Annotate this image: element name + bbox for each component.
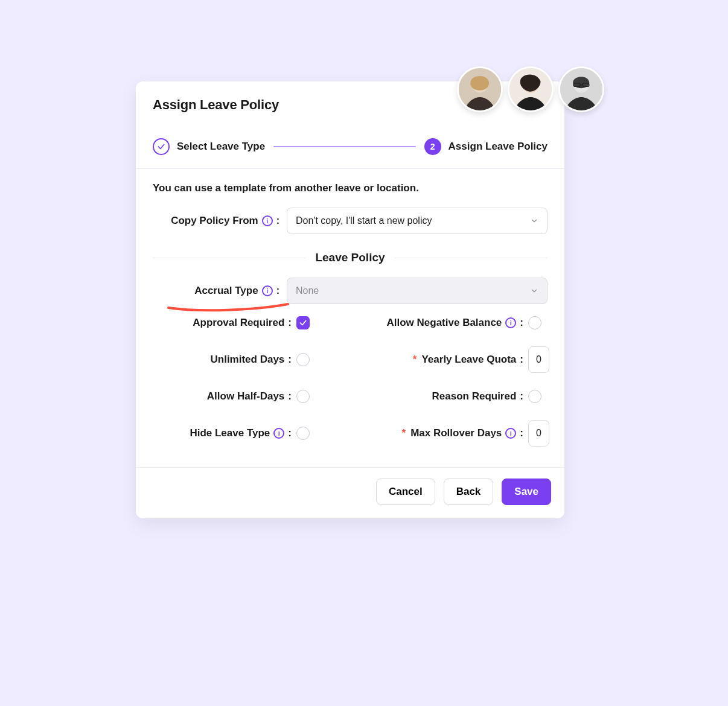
stepper-line	[273, 146, 415, 147]
input-max-rollover-days[interactable]: 0	[528, 420, 549, 447]
label-text: Unlimited Days	[211, 354, 285, 366]
dialog-assign-leave-policy: Assign Leave Policy Select Leave Type 2 …	[136, 81, 564, 518]
row-copy-policy-from: Copy Policy From i : Don't copy, I'll st…	[153, 208, 548, 234]
help-text: You can use a template from another leav…	[153, 182, 548, 194]
cancel-button[interactable]: Cancel	[376, 479, 435, 505]
checkbox-approval-required[interactable]	[296, 316, 310, 329]
label-approval-required: Approval Required :	[153, 317, 292, 329]
row-accrual-type: Accrual Type i : None	[153, 278, 548, 304]
info-icon[interactable]: i	[273, 428, 284, 439]
select-accrual-type[interactable]: None	[287, 278, 548, 304]
label-text: Yearly Leave Quota	[421, 354, 516, 366]
policy-grid: Approval Required : Allow Negative Balan…	[153, 316, 548, 447]
label-allow-negative-balance: Allow Negative Balance i :	[316, 317, 523, 329]
divider	[395, 258, 548, 258]
step-assign-leave-policy[interactable]: 2 Assign Leave Policy	[424, 138, 548, 155]
dialog-body: You can use a template from another leav…	[136, 169, 564, 451]
info-icon[interactable]: i	[262, 215, 273, 226]
step-label: Select Leave Type	[177, 141, 265, 153]
input-value: 0	[536, 354, 541, 365]
select-copy-policy-from[interactable]: Don't copy, I'll start a new policy	[287, 208, 548, 234]
info-icon[interactable]: i	[505, 317, 516, 328]
label-text: Copy Policy From	[171, 215, 258, 227]
label-text: Reason Required	[432, 390, 517, 402]
step-label: Assign Leave Policy	[449, 141, 548, 153]
section-heading-leave-policy: Leave Policy	[153, 251, 548, 264]
label-accrual-type: Accrual Type i :	[153, 285, 279, 297]
label-reason-required: Reason Required :	[316, 390, 523, 402]
control-allow-negative-balance	[523, 316, 548, 329]
label-hide-leave-type: Hide Leave Type i :	[153, 427, 292, 439]
select-value: None	[296, 285, 319, 296]
chevron-down-icon	[530, 217, 538, 225]
control-allow-half-days	[292, 390, 316, 403]
chevron-down-icon	[530, 287, 538, 295]
person-icon	[459, 68, 501, 110]
checkbox-allow-negative-balance[interactable]	[528, 316, 541, 329]
control-reason-required	[523, 390, 548, 403]
avatar	[508, 66, 554, 112]
checkbox-hide-leave-type[interactable]	[296, 427, 310, 440]
colon: :	[276, 285, 279, 296]
label-max-rollover-days: * Max Rollover Days i :	[316, 427, 523, 439]
control-unlimited-days	[292, 353, 316, 366]
label-text: Hide Leave Type	[190, 427, 270, 439]
label-text: Allow Negative Balance	[386, 317, 502, 329]
label-text: Approval Required	[193, 317, 284, 329]
control-max-rollover-days: 0	[523, 420, 548, 447]
select-value: Don't copy, I'll start a new policy	[296, 215, 432, 226]
required-asterisk-icon: *	[413, 354, 417, 366]
control-yearly-leave-quota: 0	[523, 346, 548, 373]
highlight-underline-icon	[165, 298, 292, 316]
avatar	[558, 66, 604, 112]
label-allow-half-days: Allow Half-Days :	[153, 390, 292, 402]
avatar	[457, 66, 503, 112]
input-value: 0	[536, 428, 541, 439]
label-text: Accrual Type	[194, 285, 258, 297]
colon: :	[276, 215, 279, 226]
avatar-stack	[457, 66, 604, 112]
checkbox-reason-required[interactable]	[528, 390, 541, 403]
save-button[interactable]: Save	[502, 479, 551, 505]
label-yearly-leave-quota: * Yearly Leave Quota :	[316, 354, 523, 366]
section-title: Leave Policy	[315, 251, 385, 264]
check-icon	[299, 319, 307, 327]
person-icon	[509, 68, 552, 110]
label-text: Allow Half-Days	[207, 390, 284, 402]
checkbox-unlimited-days[interactable]	[296, 353, 310, 366]
back-button[interactable]: Back	[444, 479, 494, 505]
control-hide-leave-type	[292, 427, 316, 440]
step-number-icon: 2	[424, 138, 441, 155]
info-icon[interactable]: i	[505, 428, 516, 439]
control-approval-required	[292, 316, 316, 329]
check-icon	[153, 138, 170, 155]
checkbox-allow-half-days[interactable]	[296, 390, 310, 403]
person-icon	[560, 68, 602, 110]
info-icon[interactable]: i	[262, 285, 273, 296]
divider	[153, 258, 305, 258]
page-background: Assign Leave Policy Select Leave Type 2 …	[18, 18, 710, 688]
step-select-leave-type[interactable]: Select Leave Type	[153, 138, 265, 155]
input-yearly-leave-quota[interactable]: 0	[528, 346, 549, 373]
stepper: Select Leave Type 2 Assign Leave Policy	[136, 125, 564, 168]
label-unlimited-days: Unlimited Days :	[153, 354, 292, 366]
label-text: Max Rollover Days	[410, 427, 502, 439]
label-copy-policy-from: Copy Policy From i :	[153, 215, 279, 227]
dialog-footer: Cancel Back Save	[136, 467, 564, 518]
required-asterisk-icon: *	[402, 427, 406, 439]
